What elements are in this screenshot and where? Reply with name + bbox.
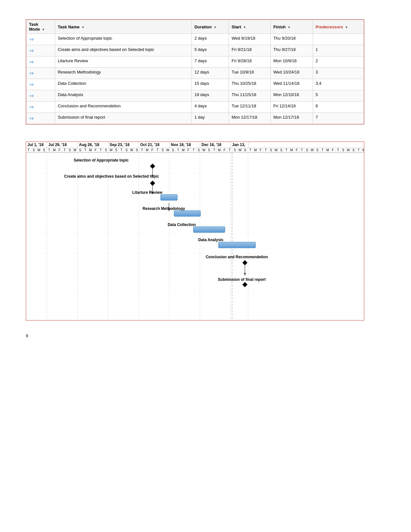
gantt-day-label: W bbox=[274, 148, 279, 152]
col-task-mode[interactable]: TaskMode ▼ bbox=[26, 20, 55, 34]
duration-cell: 18 days bbox=[192, 90, 229, 102]
task-mode-cell: ⇒ bbox=[26, 113, 55, 124]
gantt-month-label: Nov 18, '18 bbox=[170, 142, 200, 148]
gantt-month-label: Jul 29, '18 bbox=[47, 142, 78, 148]
gantt-day-label: T bbox=[47, 148, 52, 152]
finish-cell: Mon 12/10/18 bbox=[270, 90, 313, 102]
task-name-cell: Data Collection bbox=[55, 79, 192, 90]
svg-marker-41 bbox=[242, 282, 248, 287]
task-mode-icon: ⇒ bbox=[29, 70, 34, 76]
task-mode-icon: ⇒ bbox=[29, 47, 34, 54]
gantt-day-label: M bbox=[325, 148, 330, 152]
gantt-day-label: F bbox=[294, 148, 299, 152]
gantt-day-label: T bbox=[140, 148, 145, 152]
gantt-day-label: S bbox=[305, 148, 310, 152]
svg-text:Create aims and objectives bas: Create aims and objectives based on Sele… bbox=[64, 174, 159, 179]
gantt-day-label: W bbox=[346, 148, 351, 152]
svg-text:Research Methodology: Research Methodology bbox=[142, 206, 185, 211]
gantt-day-label: T bbox=[320, 148, 325, 152]
task-name-cell: Create aims and objectives based on Sele… bbox=[55, 45, 192, 56]
gantt-day-label: F bbox=[222, 148, 227, 152]
gantt-day-label: T bbox=[119, 148, 124, 152]
task-name-cell: Selection of Appropriate topic bbox=[55, 34, 192, 45]
task-name-cell: Conclusion and Recommendetion bbox=[55, 102, 192, 113]
svg-marker-19 bbox=[150, 163, 155, 169]
finish-cell: Wed 10/24/18 bbox=[270, 68, 313, 79]
gantt-day-label: F bbox=[57, 148, 62, 152]
table-row: ⇒Data Collection15 daysThu 10/25/18Wed 1… bbox=[26, 79, 364, 90]
table-row: ⇒Data Analysis18 daysThu 11/15/18Mon 12/… bbox=[26, 90, 364, 102]
page-number: 9 bbox=[26, 333, 385, 338]
gantt-day-label: S bbox=[160, 148, 165, 152]
start-cell: Mon 12/17/18 bbox=[229, 113, 270, 124]
gantt-day-label: S bbox=[78, 148, 83, 152]
col-task-name[interactable]: Task Name ▼ bbox=[55, 20, 192, 34]
gantt-day-label: M bbox=[88, 148, 93, 152]
gantt-day-label: W bbox=[109, 148, 114, 152]
gantt-day-label: S bbox=[196, 148, 201, 152]
start-cell: Wed 9/19/18 bbox=[229, 34, 270, 45]
gantt-month-label: Sep 23, '18 bbox=[108, 142, 139, 148]
gantt-day-label: F bbox=[330, 148, 336, 152]
task-mode-cell: ⇒ bbox=[26, 34, 55, 45]
duration-cell: 7 days bbox=[192, 56, 229, 68]
duration-cell: 2 days bbox=[192, 34, 229, 45]
gantt-day-label: S bbox=[341, 148, 346, 152]
start-cell: Thu 10/25/18 bbox=[229, 79, 270, 90]
task-mode-icon: ⇒ bbox=[29, 59, 34, 65]
gantt-day-label: T bbox=[263, 148, 269, 152]
gantt-day-label: M bbox=[52, 148, 57, 152]
gantt-day-label: S bbox=[42, 148, 47, 152]
gantt-day-label: T bbox=[356, 148, 361, 152]
svg-marker-37 bbox=[242, 260, 248, 265]
task-mode-icon: ⇒ bbox=[29, 104, 34, 110]
svg-text:Conclusion and Recommendetion: Conclusion and Recommendetion bbox=[206, 255, 268, 259]
svg-marker-39 bbox=[244, 273, 246, 276]
predecessors-cell: 3,4 bbox=[313, 79, 364, 90]
gantt-day-label: W bbox=[129, 148, 134, 152]
svg-text:Litarture Review: Litarture Review bbox=[132, 190, 162, 195]
gantt-day-label: S bbox=[279, 148, 284, 152]
gantt-day-label: T bbox=[227, 148, 232, 152]
svg-marker-21 bbox=[151, 175, 154, 177]
task-mode-icon: ⇒ bbox=[29, 115, 34, 122]
gantt-day-label: T bbox=[176, 148, 181, 152]
task-name-cell: Data Analysis bbox=[55, 90, 192, 102]
svg-text:Submission of final report: Submission of final report bbox=[218, 277, 266, 282]
col-finish[interactable]: Finish ▼ bbox=[270, 20, 313, 34]
col-duration[interactable]: Duration ▼ bbox=[192, 20, 229, 34]
gantt-day-label: W bbox=[310, 148, 315, 152]
task-name-cell: Submission of final report bbox=[55, 113, 192, 124]
start-cell: Tue 12/11/18 bbox=[229, 102, 270, 113]
gantt-day-label: T bbox=[83, 148, 88, 152]
finish-cell: Thu 9/27/18 bbox=[270, 45, 313, 56]
gantt-day-label: M bbox=[361, 148, 364, 152]
svg-marker-23 bbox=[150, 181, 155, 186]
gantt-day-label: M bbox=[181, 148, 186, 152]
gantt-day-label: S bbox=[31, 148, 36, 152]
gantt-day-label: W bbox=[73, 148, 78, 152]
start-cell: Tue 10/9/18 bbox=[229, 68, 270, 79]
task-mode-cell: ⇒ bbox=[26, 79, 55, 90]
finish-cell: Mon 12/17/18 bbox=[270, 113, 313, 124]
col-predecessors[interactable]: Predecessors ▼ bbox=[313, 20, 364, 34]
gantt-day-label: S bbox=[171, 148, 176, 152]
predecessors-cell: 6 bbox=[313, 102, 364, 113]
task-mode-icon: ⇒ bbox=[29, 36, 34, 43]
table-row: ⇒Create aims and objectives based on Sel… bbox=[26, 45, 364, 56]
gantt-month-label: Dec 16, '18 bbox=[200, 142, 231, 148]
duration-cell: 1 day bbox=[192, 113, 229, 124]
gantt-day-label: M bbox=[145, 148, 150, 152]
task-mode-cell: ⇒ bbox=[26, 56, 55, 68]
col-start[interactable]: Start ▼ bbox=[229, 20, 270, 34]
duration-cell: 15 days bbox=[192, 79, 229, 90]
gantt-day-label: T bbox=[26, 148, 31, 152]
gantt-chart: Jul 1, '18Jul 29, '18Aug 26, '18Sep 23, … bbox=[26, 142, 364, 320]
gantt-day-label: S bbox=[243, 148, 248, 152]
gantt-day-label: F bbox=[93, 148, 98, 152]
predecessors-cell: 5 bbox=[313, 90, 364, 102]
gantt-day-label: F bbox=[150, 148, 155, 152]
finish-cell: Mon 10/8/18 bbox=[270, 56, 313, 68]
predecessors-cell: 3 bbox=[313, 68, 364, 79]
duration-cell: 12 days bbox=[192, 68, 229, 79]
